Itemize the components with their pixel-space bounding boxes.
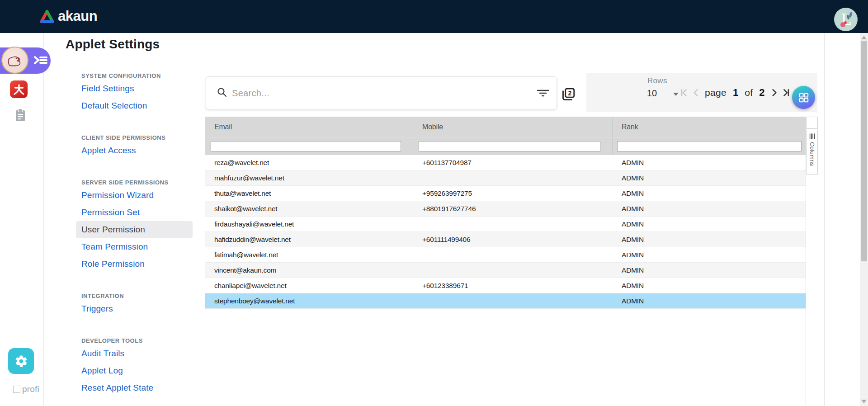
table-corner-box xyxy=(806,117,818,129)
column-header-rank[interactable]: Rank xyxy=(613,117,806,137)
cell-email: firdaushayali@wavelet.net xyxy=(205,217,413,231)
sidebar-section-header: SERVER SIDE PERMISSIONS xyxy=(81,179,193,186)
user-avatar[interactable]: L xyxy=(834,8,858,31)
columns-panel-toggle[interactable]: Columns xyxy=(806,130,818,175)
sidebar-item-audit-trails[interactable]: Audit Trails xyxy=(76,345,193,362)
table-row[interactable]: firdaushayali@wavelet.netADMIN xyxy=(205,217,806,232)
clipboard-icon[interactable] xyxy=(15,109,26,124)
cell-mobile xyxy=(413,293,613,308)
scroll-down-arrow-icon[interactable] xyxy=(861,400,867,403)
table-row[interactable]: shaikot@wavelet.net+8801917627746ADMIN xyxy=(205,201,806,217)
table-row[interactable]: thuta@wavelet.net+959263997275ADMIN xyxy=(205,186,806,201)
cell-email: chanliapei@wavelet.net xyxy=(205,278,413,293)
total-pages-number: 2 xyxy=(759,87,764,99)
rank-filter-input[interactable] xyxy=(617,141,802,151)
filter-2-icon[interactable]: 2 xyxy=(561,88,575,103)
pagination-panel: Rows 10 page 1 of 2 xyxy=(586,73,817,112)
next-page-button[interactable] xyxy=(770,89,778,97)
sidebar-item-permission-wizard[interactable]: Permission Wizard xyxy=(76,187,193,204)
terminal-prompt-icon[interactable] xyxy=(33,54,48,68)
user-permission-table: Email Mobile Rank reza@wavelet.net+60113… xyxy=(205,117,806,406)
sidebar-section: SYSTEM CONFIGURATIONField SettingsDefaul… xyxy=(81,72,193,114)
search-bar xyxy=(206,76,557,110)
sidebar-item-field-settings[interactable]: Field Settings xyxy=(76,80,193,97)
first-page-button[interactable] xyxy=(679,89,688,97)
table-row[interactable]: hafidzuddin@wavelet.net+601111499406ADMI… xyxy=(205,232,806,247)
chevron-down-icon xyxy=(673,93,679,96)
table-row[interactable]: reza@wavelet.net+601137704987ADMIN xyxy=(205,155,806,170)
cell-mobile: +959263997275 xyxy=(413,186,613,201)
prev-page-button[interactable] xyxy=(692,89,700,97)
scrollbar-thumb[interactable] xyxy=(861,41,867,261)
cell-email: reza@wavelet.net xyxy=(205,155,413,170)
avatar-flower-icon xyxy=(844,21,847,24)
cell-mobile xyxy=(413,247,613,262)
pager: page 1 of 2 xyxy=(679,73,791,112)
search-input[interactable] xyxy=(232,88,537,99)
cell-rank: ADMIN xyxy=(613,293,806,308)
cell-mobile: +601137704987 xyxy=(413,155,613,170)
search-icon xyxy=(217,87,227,99)
columns-label: Columns xyxy=(809,142,816,166)
sidebar-item-user-permission[interactable]: User Permission xyxy=(76,221,193,238)
sidebar-section-header: SYSTEM CONFIGURATION xyxy=(81,72,193,79)
cell-rank: ADMIN xyxy=(613,186,806,201)
rows-per-page-select[interactable]: 10 xyxy=(647,87,679,101)
last-page-button[interactable] xyxy=(783,89,791,97)
grid-view-button[interactable] xyxy=(792,86,815,109)
table-row[interactable]: vincent@akaun.comADMIN xyxy=(205,263,806,278)
cell-mobile xyxy=(413,170,613,185)
sidebar-item-reset-applet-state[interactable]: Reset Applet State xyxy=(76,379,193,397)
cell-mobile: +601111499406 xyxy=(413,232,613,247)
cell-rank: ADMIN xyxy=(613,170,806,185)
cell-email: thuta@wavelet.net xyxy=(205,186,413,201)
cell-email: mahfuzur@wavelet.net xyxy=(205,170,413,185)
akaun-logo[interactable]: akaun xyxy=(40,8,97,24)
table-row[interactable]: mahfuzur@wavelet.netADMIN xyxy=(205,170,806,186)
table-row[interactable]: chanliapei@wavelet.net+60123389671ADMIN xyxy=(205,278,806,293)
cell-rank: ADMIN xyxy=(613,155,806,170)
column-header-email[interactable]: Email xyxy=(205,117,413,137)
cell-rank: ADMIN xyxy=(613,263,806,278)
sidebar-nav: SYSTEM CONFIGURATIONField SettingsDefaul… xyxy=(81,72,193,397)
sidebar-item-triggers[interactable]: Triggers xyxy=(76,300,193,317)
sidebar-section: CLIENT SIDE PERMISSIONSApplet Access xyxy=(81,134,193,159)
sidebar-item-permission-set[interactable]: Permission Set xyxy=(76,204,193,221)
sidebar-item-applet-log[interactable]: Applet Log xyxy=(76,362,193,379)
sidebar-section-header: CLIENT SIDE PERMISSIONS xyxy=(81,134,193,141)
content-edge-divider xyxy=(824,33,825,406)
extension-avatar[interactable] xyxy=(1,47,28,74)
sidebar-item-role-permission[interactable]: Role Permission xyxy=(76,255,193,273)
cell-mobile xyxy=(413,263,613,278)
cell-rank: ADMIN xyxy=(613,247,806,262)
cell-rank: ADMIN xyxy=(613,217,806,231)
sidebar-section: INTEGRATIONTriggers xyxy=(81,293,193,317)
columns-icon xyxy=(809,133,815,139)
table-row[interactable]: stephenboey@wavelet.netADMIN xyxy=(205,293,806,309)
cell-email: stephenboey@wavelet.net xyxy=(205,293,413,308)
rows-per-page-value: 10 xyxy=(647,88,657,99)
settings-gear-button[interactable] xyxy=(8,348,34,374)
cell-email: hafidzuddin@wavelet.net xyxy=(205,232,413,247)
filter-list-icon[interactable] xyxy=(537,88,549,98)
sidebar-item-applet-access[interactable]: Applet Access xyxy=(76,142,193,159)
red-cjk-app-icon[interactable] xyxy=(10,80,28,98)
table-body: reza@wavelet.net+601137704987ADMINmahfuz… xyxy=(205,155,806,309)
mobile-filter-input[interactable] xyxy=(419,141,600,151)
extension-pill-overlay xyxy=(0,47,51,74)
scroll-up-arrow-icon[interactable] xyxy=(861,36,867,39)
table-row[interactable]: fatimah@wavelet.netADMIN xyxy=(205,247,806,263)
sidebar-section-header: DEVELOPER TOOLS xyxy=(81,337,193,344)
left-dock: profi xyxy=(0,33,44,406)
profi-checkbox[interactable] xyxy=(13,386,20,393)
top-navbar: akaun L xyxy=(0,0,868,33)
vertical-scrollbar[interactable] xyxy=(860,33,868,406)
profi-label: profi xyxy=(22,384,39,394)
sidebar-item-team-permission[interactable]: Team Permission xyxy=(76,238,193,255)
table-filter-row xyxy=(205,137,806,155)
table-header-row: Email Mobile Rank xyxy=(205,117,806,137)
sidebar-item-default-selection[interactable]: Default Selection xyxy=(76,97,193,114)
column-header-mobile[interactable]: Mobile xyxy=(413,117,613,137)
sidebar-section: DEVELOPER TOOLSAudit TrailsApplet LogRes… xyxy=(81,337,193,397)
email-filter-input[interactable] xyxy=(211,141,401,151)
